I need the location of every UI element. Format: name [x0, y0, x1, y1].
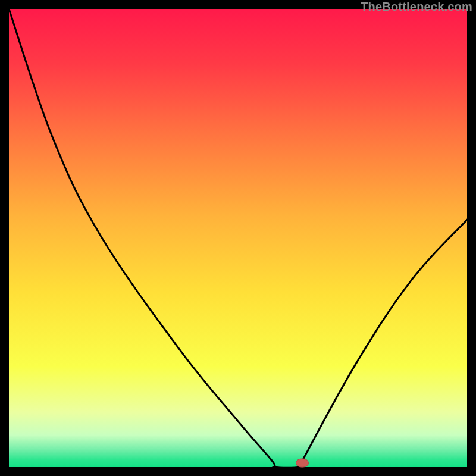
- bottleneck-curve: [9, 9, 467, 467]
- curve-layer: [9, 9, 467, 467]
- optimal-marker: [296, 459, 309, 468]
- plot-area: [9, 9, 467, 467]
- watermark: TheBottleneck.com: [361, 0, 472, 14]
- chart-frame: TheBottleneck.com: [0, 0, 476, 476]
